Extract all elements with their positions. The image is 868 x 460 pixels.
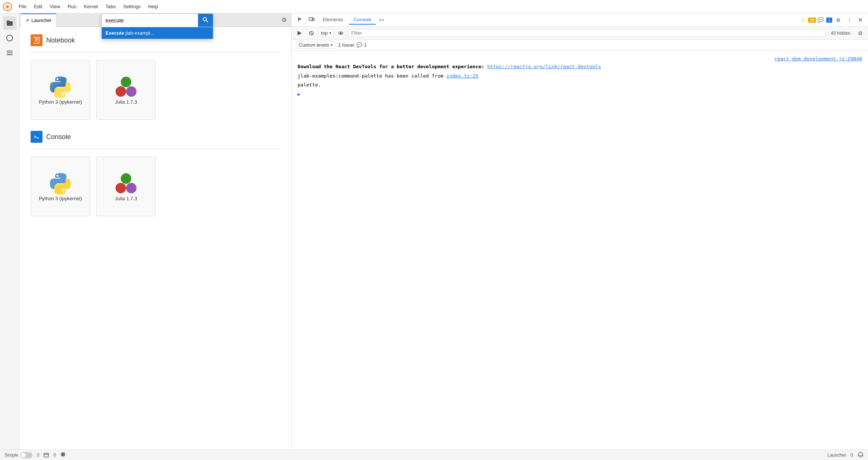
svg-line-8 [206, 21, 208, 22]
svg-rect-22 [312, 18, 314, 21]
custom-levels-chevron: ▾ [331, 43, 333, 47]
message-count-badge: 1 [826, 18, 832, 23]
command-search-input[interactable] [102, 15, 198, 26]
console-arrow[interactable]: ▶ [298, 91, 301, 97]
status-cpu-icon[interactable] [60, 452, 66, 458]
svg-rect-6 [7, 54, 13, 55]
lab-tab-bar: ↗ Launcher ⚙ Execute jlab-exampl... [19, 13, 291, 27]
console-kernel-cards: Python 3 (ipykernel) Julia 1.7.3 [31, 157, 280, 216]
warning-count-badge: 18 [808, 18, 816, 23]
sidebar-icon-list[interactable] [3, 46, 16, 60]
command-palette-overlay: Execute jlab-exampl... [101, 13, 213, 39]
console-link-1[interactable]: https://reactjs.org/link/react-devtools [487, 64, 601, 69]
kernel-name-python-console: Python 3 (ipykernel) [39, 196, 82, 201]
simple-label: Simple [4, 453, 18, 458]
kernel-name-julia-notebook: Julia 1.7.3 [115, 99, 137, 105]
devtools-gear-icon[interactable]: ⚙ [834, 16, 843, 25]
console-file-link-1[interactable]: react-dom.development.js:29840 [774, 55, 862, 63]
devtools-block-icon[interactable] [306, 29, 316, 37]
notebook-kernel-cards: Python 3 (ipykernel) Julia 1.7.3 [31, 60, 280, 120]
lab-tab-launcher[interactable]: ↗ Launcher [21, 13, 56, 27]
devtools-warning-badge-area: ⚠ 18 [801, 17, 816, 23]
status-dollar-icon[interactable] [44, 453, 49, 458]
command-search-button[interactable] [198, 14, 213, 27]
svg-marker-23 [298, 31, 302, 35]
devtools-device-icon[interactable] [306, 15, 317, 25]
svg-point-19 [116, 183, 126, 193]
devtools-context-label: top [321, 30, 328, 36]
devtools-tab-console[interactable]: Console [349, 15, 376, 25]
svg-rect-28 [44, 453, 48, 457]
svg-point-27 [340, 32, 342, 34]
menu-bar: File Edit View Run Kernel Tabs Settings … [0, 0, 868, 13]
menu-kernel[interactable]: Kernel [80, 2, 102, 11]
console-line-2: Download the React DevTools for a better… [298, 63, 862, 71]
console-text-3: palette. [298, 82, 321, 88]
console-line-3: jlab-examples:command-palette has been c… [298, 72, 862, 80]
svg-line-25 [310, 32, 313, 35]
kernel-card-python-console[interactable]: Python 3 (ipykernel) [31, 157, 90, 216]
menu-file[interactable]: File [15, 2, 30, 11]
lab-settings-button[interactable]: ⚙ [280, 15, 288, 25]
menu-settings[interactable]: Settings [119, 2, 144, 11]
kernel-card-julia-notebook[interactable]: Julia 1.7.3 [96, 60, 156, 120]
status-bell-icon[interactable] [858, 451, 864, 459]
kernel-name-julia-console: Julia 1.7.3 [115, 196, 137, 201]
console-bold-text-1: Download the React DevTools for a better… [298, 64, 487, 69]
console-prompt-line: ▶ [298, 91, 862, 98]
console-section-icon [31, 131, 43, 143]
kernel-name-python-notebook: Python 3 (ipykernel) [39, 99, 82, 105]
svg-rect-5 [7, 53, 13, 53]
message-icon: 💬 [818, 17, 824, 23]
console-output: react-dom.development.js:29840 Download … [292, 51, 868, 450]
console-link-2[interactable]: index.ts:25 [446, 73, 478, 79]
devtools-tab-elements[interactable]: Elements [318, 15, 347, 25]
issue-count-number: 1 [364, 42, 367, 48]
menu-edit[interactable]: Edit [30, 2, 46, 11]
toggle-knob [21, 453, 26, 457]
svg-point-16 [126, 86, 136, 97]
svg-point-18 [121, 173, 131, 183]
status-tab-count: 0 [850, 453, 853, 458]
menu-run[interactable]: Run [64, 2, 80, 11]
issue-chat-icon: 💬 [356, 42, 362, 48]
svg-rect-31 [62, 454, 64, 455]
svg-point-3 [7, 35, 13, 41]
devtools-more-tabs[interactable]: >> [377, 16, 386, 24]
command-result-bold: Execute [106, 30, 124, 36]
devtools-play-icon[interactable] [295, 29, 304, 37]
devtools-more-options-icon[interactable]: ⋮ [845, 16, 854, 25]
menu-help[interactable]: Help [144, 2, 162, 11]
simple-toggle-switch[interactable] [21, 452, 32, 458]
notebook-section-icon [31, 34, 43, 46]
svg-point-14 [121, 76, 131, 87]
devtools-panel: Elements Console >> ⚠ 18 💬 1 ⚙ ⋮ ✕ [292, 13, 868, 450]
kernel-card-python-notebook[interactable]: Python 3 (ipykernel) [31, 60, 90, 120]
menu-tabs[interactable]: Tabs [102, 2, 119, 11]
devtools-message-badge-area: 💬 1 [818, 17, 832, 23]
svg-point-2 [6, 6, 9, 8]
lab-tab-label: Launcher [31, 18, 51, 23]
sidebar-icon-circle[interactable] [3, 31, 16, 45]
devtools-cursor-icon[interactable] [295, 15, 305, 25]
external-link-icon: ↗ [25, 18, 29, 23]
devtools-eye-icon[interactable] [336, 29, 346, 37]
devtools-close-button[interactable]: ✕ [856, 15, 865, 25]
sidebar-icon-folder[interactable] [3, 16, 16, 30]
svg-point-15 [116, 86, 126, 97]
console-text-2: jlab-examples:command-palette has been c… [298, 73, 446, 79]
console-section-title: Console [46, 133, 71, 141]
devtools-context-dropdown[interactable]: top ▾ [318, 29, 334, 37]
issue-text: 1 Issue: [338, 42, 355, 48]
svg-rect-13 [34, 38, 35, 42]
menu-view[interactable]: View [46, 2, 64, 11]
kernel-card-julia-console[interactable]: Julia 1.7.3 [96, 157, 156, 216]
devtools-topbar: Elements Console >> ⚠ 18 💬 1 ⚙ ⋮ ✕ [292, 13, 868, 27]
status-counter-1: 0 [37, 453, 40, 458]
devtools-filter-input[interactable] [348, 29, 825, 37]
command-result-item[interactable]: Execute jlab-exampl... [102, 27, 213, 39]
console-divider [31, 149, 280, 149]
status-bar: Simple 0 0 Launcher 0 [0, 450, 868, 460]
devtools-console-settings-icon[interactable]: ⚙ [856, 29, 865, 37]
devtools-custom-levels-dropdown[interactable]: Custom levels ▾ [296, 41, 335, 49]
